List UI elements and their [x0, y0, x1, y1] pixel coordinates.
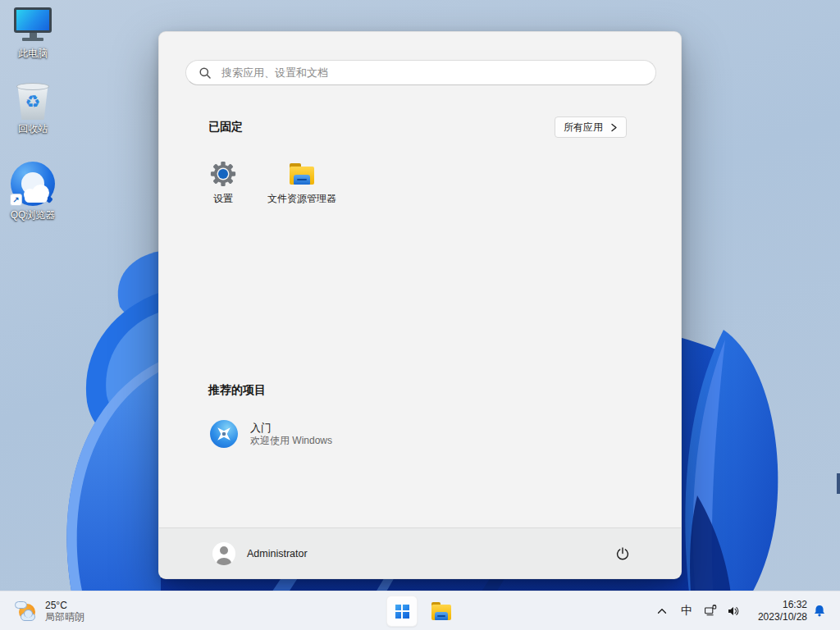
user-name: Administrator — [247, 548, 308, 559]
desktop-icon-label: 此电脑 — [18, 48, 48, 59]
all-apps-button[interactable]: 所有应用 — [555, 116, 627, 138]
recommended-item-title: 入门 — [250, 421, 332, 435]
notifications-button[interactable] — [807, 595, 832, 628]
clock-time: 16:32 — [750, 599, 807, 611]
clock[interactable]: 16:32 2023/10/28 — [750, 599, 807, 623]
clock-date: 2023/10/28 — [750, 611, 807, 623]
search-icon — [199, 66, 212, 80]
notification-bell-icon — [812, 603, 827, 619]
settings-gear-icon — [210, 161, 236, 187]
desktop-screen: 此电脑 ♻ 回收站 ↗ QQ浏览器 已固定 — [0, 0, 840, 630]
taskbar-center — [386, 596, 457, 627]
ime-label: 中 — [681, 604, 692, 619]
start-menu: 已固定 所有应用 — [158, 31, 682, 579]
pinned-app-label: 文件资源管理器 — [267, 193, 336, 204]
folder-icon — [431, 600, 452, 623]
avatar — [212, 542, 235, 565]
search-input[interactable] — [220, 66, 646, 80]
ime-indicator[interactable]: 中 — [674, 595, 699, 628]
recommended-item-get-started[interactable]: 入门 欢迎使用 Windows — [198, 409, 477, 459]
weather-condition: 局部晴朗 — [45, 611, 84, 623]
ethernet-network-icon — [704, 603, 717, 619]
power-icon — [615, 546, 630, 561]
recommended-header: 推荐的项目 — [208, 383, 266, 398]
search-box[interactable] — [185, 60, 656, 85]
weather-icon — [15, 600, 38, 623]
pinned-app-label: 设置 — [213, 193, 233, 204]
tray-overflow-button[interactable] — [650, 595, 674, 628]
taskbar: 25°C 局部晴朗 — [0, 591, 840, 630]
speaker-icon — [727, 603, 740, 619]
weather-temperature: 25°C — [45, 600, 84, 611]
pinned-app-settings[interactable]: 设置 — [184, 152, 262, 224]
shortcut-arrow-icon: ↗ — [10, 194, 22, 206]
network-button[interactable] — [699, 595, 722, 628]
pinned-header: 已固定 — [208, 120, 243, 135]
power-button[interactable] — [607, 538, 638, 569]
desktop-icon-label: QQ浏览器 — [11, 210, 56, 221]
volume-button[interactable] — [722, 595, 745, 628]
user-account-button[interactable]: Administrator — [203, 537, 317, 570]
folder-icon — [289, 161, 315, 187]
screen-edge-artifact — [837, 473, 840, 494]
system-tray: 中 16:32 2023/10/28 — [650, 591, 832, 630]
desktop-icon-label: 回收站 — [18, 124, 48, 135]
weather-widget[interactable]: 25°C 局部晴朗 — [8, 594, 91, 628]
get-started-icon — [209, 419, 239, 449]
recommended-item-subtitle: 欢迎使用 Windows — [250, 435, 332, 447]
this-pc-icon — [14, 7, 52, 45]
recycle-bin-icon: ♻ — [15, 83, 51, 121]
pinned-app-file-explorer[interactable]: 文件资源管理器 — [262, 152, 341, 224]
desktop-icon-qq-browser[interactable]: ↗ QQ浏览器 — [1, 161, 65, 221]
start-menu-footer: Administrator — [159, 527, 681, 578]
chevron-right-icon — [610, 123, 618, 132]
desktop-icon-recycle-bin[interactable]: ♻ 回收站 — [1, 83, 65, 135]
recycle-symbol-icon: ♻ — [15, 94, 51, 111]
chevron-up-icon — [655, 605, 669, 618]
desktop-icon-this-pc[interactable]: 此电脑 — [1, 7, 65, 59]
windows-logo-icon — [395, 605, 409, 619]
qq-browser-icon: ↗ — [10, 161, 56, 207]
all-apps-label: 所有应用 — [564, 121, 603, 135]
taskbar-file-explorer-button[interactable] — [426, 596, 457, 627]
start-button[interactable] — [386, 596, 418, 627]
